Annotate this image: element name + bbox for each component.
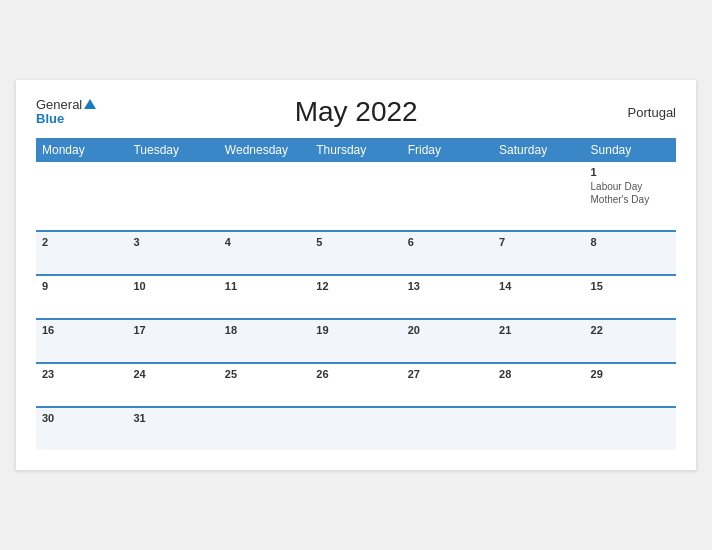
- day-number: 13: [408, 280, 487, 292]
- calendar-cell: 20: [402, 319, 493, 363]
- day-number: 27: [408, 368, 487, 380]
- day-number: 23: [42, 368, 121, 380]
- day-number: 22: [591, 324, 670, 336]
- calendar-week-row: 2345678: [36, 231, 676, 275]
- logo-triangle-icon: [84, 99, 96, 109]
- day-number: 10: [133, 280, 212, 292]
- col-wednesday: Wednesday: [219, 138, 310, 162]
- col-friday: Friday: [402, 138, 493, 162]
- calendar-cell: [219, 407, 310, 450]
- calendar-cell: [36, 162, 127, 231]
- calendar-cell: 2: [36, 231, 127, 275]
- calendar-cell: [310, 162, 401, 231]
- calendar-table: Monday Tuesday Wednesday Thursday Friday…: [36, 138, 676, 450]
- calendar-cell: 28: [493, 363, 584, 407]
- day-number: 7: [499, 236, 578, 248]
- calendar-title: May 2022: [96, 96, 616, 128]
- calendar-cell: 16: [36, 319, 127, 363]
- calendar-cell: [310, 407, 401, 450]
- calendar-cell: 18: [219, 319, 310, 363]
- logo-blue-text: Blue: [36, 112, 96, 126]
- day-number: 30: [42, 412, 121, 424]
- calendar-cell: 19: [310, 319, 401, 363]
- country-label: Portugal: [616, 105, 676, 120]
- day-number: 15: [591, 280, 670, 292]
- calendar-cell: [402, 407, 493, 450]
- day-number: 31: [133, 412, 212, 424]
- col-saturday: Saturday: [493, 138, 584, 162]
- day-number: 16: [42, 324, 121, 336]
- logo-general-text: General: [36, 98, 96, 112]
- calendar-week-row: 16171819202122: [36, 319, 676, 363]
- calendar-cell: 23: [36, 363, 127, 407]
- calendar-cell: 9: [36, 275, 127, 319]
- calendar-cell: 4: [219, 231, 310, 275]
- day-number: 17: [133, 324, 212, 336]
- day-number: 6: [408, 236, 487, 248]
- calendar-cell: 31: [127, 407, 218, 450]
- day-number: 8: [591, 236, 670, 248]
- calendar-cell: 27: [402, 363, 493, 407]
- day-number: 24: [133, 368, 212, 380]
- calendar-cell: 3: [127, 231, 218, 275]
- day-number: 5: [316, 236, 395, 248]
- day-number: 21: [499, 324, 578, 336]
- logo: General Blue: [36, 98, 96, 127]
- calendar-cell: 22: [585, 319, 676, 363]
- calendar-cell: 21: [493, 319, 584, 363]
- calendar-cell: [402, 162, 493, 231]
- calendar-week-row: 23242526272829: [36, 363, 676, 407]
- calendar-cell: 25: [219, 363, 310, 407]
- calendar-cell: 26: [310, 363, 401, 407]
- calendar-cell: [585, 407, 676, 450]
- calendar: General Blue May 2022 Portugal Monday Tu…: [16, 80, 696, 470]
- col-thursday: Thursday: [310, 138, 401, 162]
- day-number: 11: [225, 280, 304, 292]
- calendar-cell: 12: [310, 275, 401, 319]
- col-monday: Monday: [36, 138, 127, 162]
- calendar-cell: [219, 162, 310, 231]
- calendar-cell: 30: [36, 407, 127, 450]
- day-number: 14: [499, 280, 578, 292]
- calendar-cell: [127, 162, 218, 231]
- calendar-week-row: 9101112131415: [36, 275, 676, 319]
- calendar-week-row: 3031: [36, 407, 676, 450]
- day-number: 19: [316, 324, 395, 336]
- day-number: 3: [133, 236, 212, 248]
- calendar-cell: 13: [402, 275, 493, 319]
- col-sunday: Sunday: [585, 138, 676, 162]
- col-tuesday: Tuesday: [127, 138, 218, 162]
- calendar-thead: Monday Tuesday Wednesday Thursday Friday…: [36, 138, 676, 162]
- calendar-cell: 11: [219, 275, 310, 319]
- day-number: 28: [499, 368, 578, 380]
- calendar-cell: 14: [493, 275, 584, 319]
- day-number: 9: [42, 280, 121, 292]
- day-number: 25: [225, 368, 304, 380]
- day-number: 12: [316, 280, 395, 292]
- day-number: 29: [591, 368, 670, 380]
- calendar-cell: 8: [585, 231, 676, 275]
- calendar-cell: 10: [127, 275, 218, 319]
- calendar-cell: 1Labour Day Mother's Day: [585, 162, 676, 231]
- holiday-label: Labour Day Mother's Day: [591, 180, 670, 206]
- calendar-cell: 29: [585, 363, 676, 407]
- calendar-header: General Blue May 2022 Portugal: [36, 96, 676, 128]
- calendar-cell: 6: [402, 231, 493, 275]
- day-number: 2: [42, 236, 121, 248]
- day-number: 4: [225, 236, 304, 248]
- day-number: 18: [225, 324, 304, 336]
- calendar-cell: 17: [127, 319, 218, 363]
- calendar-week-row: 1Labour Day Mother's Day: [36, 162, 676, 231]
- calendar-cell: [493, 407, 584, 450]
- calendar-cell: 24: [127, 363, 218, 407]
- calendar-body: 1Labour Day Mother's Day2345678910111213…: [36, 162, 676, 450]
- calendar-cell: [493, 162, 584, 231]
- weekday-header-row: Monday Tuesday Wednesday Thursday Friday…: [36, 138, 676, 162]
- calendar-cell: 7: [493, 231, 584, 275]
- calendar-cell: 5: [310, 231, 401, 275]
- day-number: 26: [316, 368, 395, 380]
- calendar-cell: 15: [585, 275, 676, 319]
- day-number: 1: [591, 166, 670, 178]
- day-number: 20: [408, 324, 487, 336]
